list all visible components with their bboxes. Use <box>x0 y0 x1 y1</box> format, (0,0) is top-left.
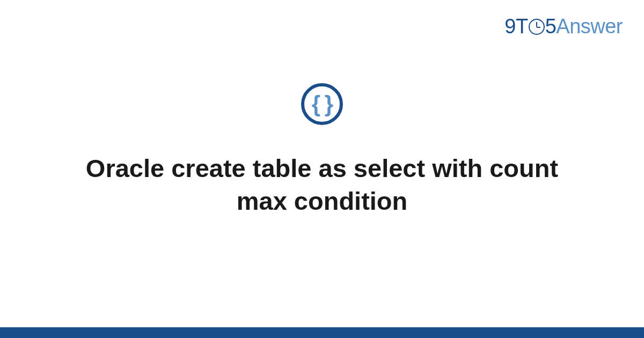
main-content: { } Oracle create table as select with c… <box>0 0 644 338</box>
page-title: Oracle create table as select with count… <box>54 152 590 217</box>
category-badge: { } <box>301 83 343 125</box>
code-braces-icon: { } <box>312 93 332 115</box>
footer-accent-bar <box>0 327 644 338</box>
